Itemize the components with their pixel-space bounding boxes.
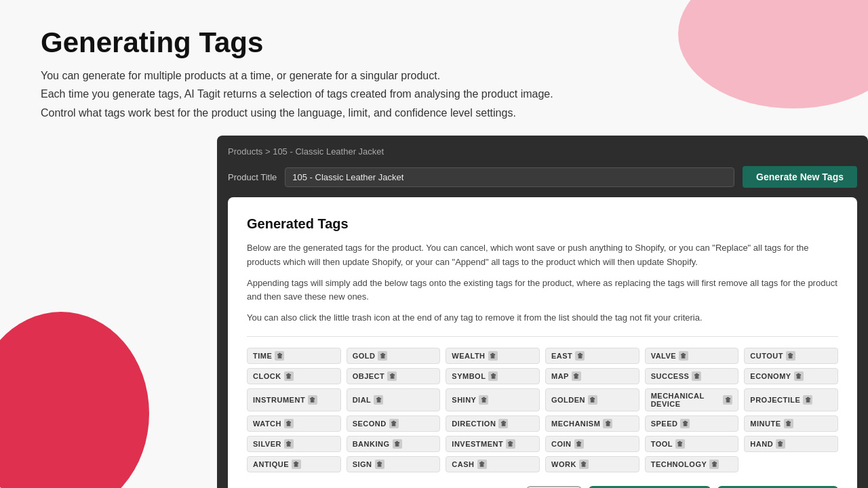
tag-label: TECHNOLOGY	[651, 460, 707, 468]
tag-delete-icon[interactable]: 🗑	[393, 439, 402, 449]
tag-label: SECOND	[353, 420, 387, 428]
desc-line1: You can generate for multiple products a…	[41, 70, 440, 81]
tag-delete-icon[interactable]: 🗑	[603, 419, 612, 428]
tag-delete-icon[interactable]: 🗑	[498, 419, 508, 428]
modal-divider	[247, 336, 838, 337]
tag-delete-icon[interactable]: 🗑	[479, 395, 488, 405]
tag-item: PROJECTILE🗑	[744, 388, 838, 411]
product-title-row: Product Title 105 - Classic Leather Jack…	[228, 166, 857, 188]
tag-delete-icon[interactable]: 🗑	[284, 439, 294, 449]
tag-delete-icon[interactable]: 🗑	[275, 351, 284, 361]
tag-delete-icon[interactable]: 🗑	[387, 371, 397, 381]
tag-label: TIME	[253, 352, 272, 360]
desc-line3: Control what tags work best for the prod…	[41, 107, 516, 119]
tag-item: TOOL🗑	[645, 436, 739, 452]
tag-item: CASH🗑	[446, 456, 540, 472]
tag-label: ECONOMY	[750, 372, 791, 380]
bg-decoration-bottom	[0, 312, 149, 488]
tag-label: GOLD	[353, 352, 376, 360]
tag-label: PROJECTILE	[750, 396, 800, 404]
tag-item: SHINY🗑	[446, 388, 540, 411]
modal-desc3: You can also click the little trash icon…	[247, 311, 838, 325]
tag-delete-icon[interactable]: 🗑	[575, 351, 585, 361]
tag-delete-icon[interactable]: 🗑	[477, 460, 487, 469]
tag-delete-icon[interactable]: 🗑	[679, 351, 688, 361]
tag-label: SIGN	[353, 460, 372, 468]
tag-label: SPEED	[651, 420, 678, 428]
tag-delete-icon[interactable]: 🗑	[794, 371, 804, 381]
tag-item: SECOND🗑	[347, 415, 441, 432]
tag-item: INVESTMENT🗑	[446, 436, 540, 452]
tag-delete-icon[interactable]: 🗑	[374, 395, 383, 405]
tag-label: BANKING	[353, 440, 390, 448]
product-label: Product Title	[228, 172, 277, 182]
tag-delete-icon[interactable]: 🗑	[389, 419, 399, 428]
tag-delete-icon[interactable]: 🗑	[308, 395, 317, 405]
tag-label: CLOCK	[253, 372, 281, 380]
page-content: Generating Tags You can generate for mul…	[0, 0, 868, 122]
tag-delete-icon[interactable]: 🗑	[680, 419, 690, 428]
modal-desc1: Below are the generated tags for the pro…	[247, 241, 838, 270]
breadcrumb-separator: >	[265, 146, 271, 157]
tag-label: CASH	[452, 460, 474, 468]
tag-label: SILVER	[253, 440, 281, 448]
tag-item: WORK🗑	[545, 456, 639, 472]
tag-delete-icon[interactable]: 🗑	[579, 460, 589, 469]
tag-item: SILVER🗑	[247, 436, 341, 452]
main-panel: Products > 105 - Classic Leather Jacket …	[217, 136, 868, 488]
tag-delete-icon[interactable]: 🗑	[723, 395, 732, 405]
tag-delete-icon[interactable]: 🗑	[784, 419, 793, 428]
tag-delete-icon[interactable]: 🗑	[488, 371, 498, 381]
tag-item: OBJECT🗑	[347, 368, 441, 384]
tag-delete-icon[interactable]: 🗑	[574, 439, 584, 449]
tag-label: DIRECTION	[452, 420, 496, 428]
tag-item: HAND🗑	[744, 436, 838, 452]
tag-delete-icon[interactable]: 🗑	[284, 371, 294, 381]
tag-delete-icon[interactable]: 🗑	[572, 371, 581, 381]
tag-item: SIGN🗑	[347, 456, 441, 472]
tag-item: GOLDEN🗑	[545, 388, 639, 411]
tag-delete-icon[interactable]: 🗑	[675, 439, 685, 449]
breadcrumb-products[interactable]: Products	[228, 146, 262, 157]
tag-delete-icon[interactable]: 🗑	[786, 351, 795, 361]
tag-label: SYMBOL	[452, 372, 486, 380]
tag-item: CUTOUT🗑	[744, 348, 838, 364]
page-description: You can generate for multiple products a…	[41, 66, 597, 122]
tag-delete-icon[interactable]: 🗑	[776, 439, 785, 449]
tag-delete-icon[interactable]: 🗑	[284, 419, 294, 428]
tag-label: CUTOUT	[750, 352, 783, 360]
tag-delete-icon[interactable]: 🗑	[488, 351, 498, 361]
modal-dialog: Generated Tags Below are the generated t…	[228, 197, 857, 488]
tag-item: WATCH🗑	[247, 415, 341, 432]
tag-label: MINUTE	[750, 420, 781, 428]
tag-item: MINUTE🗑	[744, 415, 838, 432]
desc-line2: Each time you generate tags, AI Tagit re…	[41, 88, 553, 100]
tag-label: TOOL	[651, 440, 673, 448]
tag-item: SYMBOL🗑	[446, 368, 540, 384]
tag-delete-icon[interactable]: 🗑	[506, 439, 515, 449]
tag-label: COIN	[551, 440, 572, 448]
modal-desc2: Appending tags will simply add the below…	[247, 277, 838, 305]
tag-delete-icon[interactable]: 🗑	[375, 460, 384, 469]
tag-item: COIN🗑	[545, 436, 639, 452]
tag-delete-icon[interactable]: 🗑	[292, 460, 301, 469]
tag-delete-icon[interactable]: 🗑	[803, 395, 812, 405]
generate-button[interactable]: Generate New Tags	[743, 166, 857, 188]
tag-delete-icon[interactable]: 🗑	[378, 351, 387, 361]
tags-grid: TIME🗑GOLD🗑WEALTH🗑EAST🗑VALVE🗑CUTOUT🗑CLOCK…	[247, 348, 838, 472]
tag-item: SUCCESS🗑	[645, 368, 739, 384]
tag-delete-icon[interactable]: 🗑	[692, 371, 701, 381]
product-value: 105 - Classic Leather Jacket	[285, 167, 734, 187]
tag-label: HAND	[750, 440, 773, 448]
tag-item: WEALTH🗑	[446, 348, 540, 364]
tag-item: INSTRUMENT🗑	[247, 388, 341, 411]
tag-item: CLOCK🗑	[247, 368, 341, 384]
tag-label: DIAL	[353, 396, 372, 404]
tag-delete-icon[interactable]: 🗑	[588, 395, 597, 405]
tag-delete-icon[interactable]: 🗑	[709, 460, 719, 469]
tag-label: WORK	[551, 460, 576, 468]
tag-label: SHINY	[452, 396, 476, 404]
tag-label: WEALTH	[452, 352, 485, 360]
tag-item: MAP🗑	[545, 368, 639, 384]
modal-title: Generated Tags	[247, 216, 838, 232]
